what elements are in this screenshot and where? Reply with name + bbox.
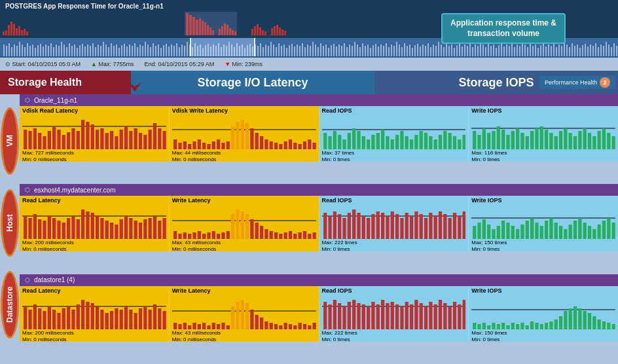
perf-health-badge: 2 <box>600 77 610 88</box>
svg-rect-433 <box>163 218 166 239</box>
svg-rect-215 <box>456 45 458 56</box>
vm-metrics-row: Vdisk Read Latency <box>20 106 618 162</box>
svg-rect-518 <box>573 221 577 239</box>
svg-rect-178 <box>359 47 361 56</box>
svg-rect-150 <box>286 48 287 56</box>
svg-rect-407 <box>38 219 41 239</box>
svg-rect-218 <box>464 45 465 56</box>
svg-rect-114 <box>192 47 193 56</box>
svg-rect-610 <box>419 303 422 329</box>
svg-rect-290 <box>71 128 75 149</box>
svg-rect-356 <box>390 139 393 149</box>
svg-rect-65 <box>64 45 65 56</box>
svg-rect-129 <box>231 45 232 56</box>
svg-rect-44 <box>9 43 10 56</box>
svg-rect-231 <box>498 45 500 56</box>
svg-rect-639 <box>559 316 562 329</box>
info-bar: ⊙ Start: 04/10/2015 05:0 AM ▲ Max: 7755m… <box>0 58 618 71</box>
svg-rect-233 <box>503 46 505 56</box>
svg-rect-230 <box>496 48 497 56</box>
svg-rect-395 <box>578 131 581 149</box>
svg-rect-237 <box>514 47 515 56</box>
svg-rect-243 <box>530 43 531 56</box>
svg-rect-559 <box>173 323 177 329</box>
svg-rect-586 <box>303 324 306 329</box>
svg-rect-404 <box>24 216 27 239</box>
svg-rect-49 <box>22 45 23 56</box>
svg-rect-469 <box>338 214 341 239</box>
svg-rect-56 <box>40 44 41 56</box>
svg-rect-622 <box>478 324 481 329</box>
svg-rect-330 <box>264 139 268 149</box>
svg-rect-60 <box>50 43 52 56</box>
svg-rect-35 <box>276 25 278 35</box>
svg-rect-353 <box>376 133 379 149</box>
datastore-section: ⬡ datastore1 (4) Read Latency <box>20 274 618 364</box>
host-write-latency-svg <box>172 206 316 239</box>
svg-rect-315 <box>192 141 196 149</box>
left-sidebar: VM Host Datastore <box>0 94 20 364</box>
svg-rect-583 <box>289 324 292 329</box>
svg-rect-471 <box>347 213 350 239</box>
svg-rect-225 <box>482 45 484 56</box>
host-read-iops-max: Max: 222 times <box>322 240 466 246</box>
svg-rect-537 <box>67 306 70 329</box>
ds-read-iops-title: Read IOPS <box>322 287 466 294</box>
svg-rect-547 <box>115 308 118 329</box>
callout-box: Application response time & transaction … <box>441 13 566 44</box>
perf-health-button[interactable]: Performance Health 2 <box>539 76 615 89</box>
svg-rect-489 <box>433 216 437 239</box>
svg-rect-264 <box>585 44 586 56</box>
svg-rect-303 <box>134 128 137 149</box>
datastore-side-label: Datastore <box>1 271 19 338</box>
svg-rect-296 <box>100 128 103 149</box>
svg-rect-144 <box>270 42 272 56</box>
svg-rect-269 <box>598 47 599 56</box>
svg-rect-213 <box>451 45 452 56</box>
svg-rect-350 <box>361 136 365 149</box>
svg-rect-383 <box>521 133 524 149</box>
svg-rect-616 <box>448 306 451 329</box>
svg-rect-549 <box>124 306 128 329</box>
host-metrics-row: Read Latency <box>20 196 618 251</box>
svg-rect-142 <box>265 45 266 56</box>
svg-rect-262 <box>579 48 581 56</box>
svg-rect-594 <box>342 306 346 329</box>
ds-read-latency-max: Max: 200 milliseconds <box>22 330 166 336</box>
svg-rect-106 <box>171 45 172 56</box>
svg-rect-202 <box>422 45 424 56</box>
vm-write-iops-max: Max: 116 times <box>471 150 615 156</box>
svg-rect-74 <box>87 45 88 56</box>
svg-rect-97 <box>147 45 149 56</box>
svg-rect-84 <box>113 46 115 56</box>
svg-rect-495 <box>462 211 465 239</box>
app-container: POSTGRES App Response Time for Oracle_11… <box>0 0 618 364</box>
ds-read-iops-max: Max: 222 times <box>322 330 466 336</box>
svg-rect-491 <box>443 214 446 239</box>
svg-rect-641 <box>569 308 572 329</box>
svg-rect-449 <box>240 211 244 239</box>
svg-rect-185 <box>378 46 379 56</box>
svg-rect-240 <box>522 42 523 56</box>
vm-read-iops-svg <box>322 117 466 149</box>
svg-rect-379 <box>501 130 505 149</box>
svg-rect-273 <box>608 45 609 56</box>
svg-rect-555 <box>153 304 156 329</box>
svg-rect-47 <box>16 46 18 56</box>
svg-rect-458 <box>283 232 287 239</box>
svg-rect-182 <box>370 48 371 56</box>
svg-rect-312 <box>178 143 181 149</box>
svg-rect-91 <box>132 46 133 56</box>
svg-rect-359 <box>405 136 408 149</box>
svg-rect-498 <box>478 223 481 239</box>
svg-rect-277 <box>190 38 191 56</box>
svg-rect-450 <box>245 214 249 239</box>
svg-rect-420 <box>100 218 103 239</box>
svg-rect-463 <box>308 234 311 239</box>
svg-rect-529 <box>28 310 31 329</box>
svg-rect-152 <box>291 44 293 56</box>
svg-rect-425 <box>124 216 128 239</box>
svg-rect-94 <box>139 45 141 56</box>
svg-rect-38 <box>284 31 286 35</box>
svg-rect-1 <box>5 30 7 35</box>
